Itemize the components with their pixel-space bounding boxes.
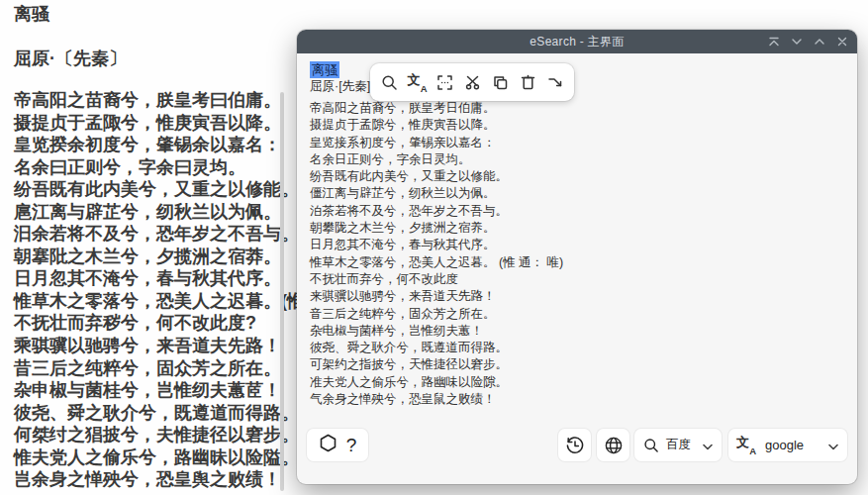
poem-line: 杂申椒与菌桂兮，岂惟纫夫蕙茝！ (14, 379, 305, 402)
ocr-line: 摄提贞于孟隙兮，惟庚寅吾以降。 (310, 117, 563, 134)
ocr-line: 纷吾既有此内美兮，又重之以修能。 (310, 168, 563, 185)
ocr-line: 彼尧、舜之耿介兮，既遵道而得路。 (310, 340, 563, 356)
poem-line: 扈江离与辟芷兮，纫秋兰以为佩。 (14, 201, 305, 224)
poem-line: 日月忽其不淹兮，春与秋其代序。 (14, 267, 305, 290)
send-to-corner-icon[interactable] (545, 72, 565, 92)
window-titlebar[interactable]: eSearch - 主界面 (297, 30, 857, 53)
poem-line: 惟夫党人之偷乐兮，路幽昧以险隘。 (14, 446, 305, 469)
selected-text: 离骚 (310, 61, 339, 78)
poem-line: 岂余身之惮殃兮，恐皇舆之败绩！ (14, 468, 305, 491)
poem-line: 摄提贞于孟陬兮，惟庚寅吾以降。 (14, 112, 305, 135)
translate-engine-select[interactable]: 文A google (728, 429, 847, 461)
search-engine-value: 百度 (666, 437, 696, 453)
window-content: 离骚 屈原·[先秦] 帝高阳之苗裔兮，朕皇考日伯庸。 摄提贞于孟隙兮，惟庚寅吾以… (297, 53, 857, 484)
globe-button[interactable] (597, 429, 629, 461)
poem-line: 彼尧、舜之耿介兮，既遵道而得路。 (14, 402, 305, 425)
search-icon[interactable] (379, 72, 399, 92)
minimize-icon[interactable] (791, 36, 803, 48)
ocr-line: 泊茶若将不及兮，恐年岁之不吾与。 (310, 203, 563, 220)
ocr-scan-icon[interactable] (434, 72, 454, 92)
copy-icon[interactable] (490, 72, 510, 92)
page-scrollbar[interactable] (280, 92, 284, 491)
poem-line: 乘骐骥以驰骋兮，来吾道夫先路！ (14, 335, 305, 357)
translate-engine-value: google (761, 438, 821, 452)
ocr-line: 帝高阳之苗裔兮，朕皇考日伯庸。 (310, 100, 563, 117)
poem-line: 朝搴阰之木兰兮，夕揽洲之宿莽。 (14, 246, 305, 268)
ocr-line: 杂电椒与菌样兮，岂惟纫夫蕙！ (310, 323, 563, 340)
ocr-line: 准夫党人之偷乐兮，路幽味以险隙。 (310, 374, 563, 391)
pin-to-top-icon[interactable] (768, 36, 780, 48)
maximize-icon[interactable] (814, 36, 825, 48)
poem-line: 何桀纣之猖披兮，夫惟捷径以窘步。 (14, 424, 305, 446)
ocr-line: 僵江离与辟芷兮，纫秋兰以为佩。 (310, 185, 563, 202)
ocr-line: 朝攀陇之木兰兮，夕揽洲之宿养。 (310, 220, 563, 237)
poem-line: 不抚壮而弃秽兮，何不改此度? (14, 312, 305, 335)
poem-line: 纷吾既有此内美兮，又重之以修能。 (14, 178, 305, 201)
translate-icon: 文A (737, 437, 754, 453)
poem-line: 汩余若将不及兮，恐年岁之不吾与。 (14, 223, 305, 246)
ocr-line: 不抚壮而弃兮，何不改此度 (310, 271, 563, 288)
poem-line: 帝高阳之苗裔兮，朕皇考曰伯庸。 (14, 89, 305, 112)
ocr-line: 音三后之纯粹兮，固众芳之所在。 (310, 306, 563, 323)
cut-icon[interactable] (462, 72, 482, 92)
poem-title: 离骚 (14, 2, 49, 26)
window-title: eSearch - 主界面 (530, 34, 624, 50)
help-icon[interactable]: ? (346, 435, 357, 456)
chevron-down-icon (703, 437, 713, 454)
close-icon[interactable] (836, 36, 848, 48)
ocr-line: 来骐骥以驰骋兮，来吾道天先路！ (310, 288, 563, 305)
poem-author: 屈原·〔先秦〕 (14, 47, 127, 70)
ocr-line: 皇览接系初度兮，肇锡亲以嘉名： (310, 135, 563, 151)
selection-toolbar: 文A (370, 63, 574, 101)
poem-line: 昔三后之纯粹兮，固众芳之所在。 (14, 357, 305, 380)
ocr-text-area[interactable]: 离骚 屈原·[先秦] 帝高阳之苗裔兮，朕皇考日伯庸。 摄提贞于孟隙兮，惟庚寅吾以… (310, 61, 563, 408)
poem-line: 皇览揆余初度兮，肇锡余以嘉名： (14, 134, 305, 156)
bottom-left-group: ? (307, 429, 368, 461)
chevron-down-icon (828, 437, 838, 454)
ocr-lines: 帝高阳之苗裔兮，朕皇考日伯庸。 摄提贞于孟隙兮，惟庚寅吾以降。 皇览接系初度兮，… (310, 100, 563, 408)
ocr-line: 气余身之惮殃兮，恐皇鼠之败绩！ (310, 391, 563, 408)
ocr-line: 惟草木之零落兮，恐美人之迟暮。 (惟 通： 唯) (310, 254, 563, 271)
poem-line: 惟草木之零落兮，恐美人之迟暮。(惟 (14, 290, 305, 313)
poem-line: 名余曰正则兮，字余曰灵均。 (14, 156, 305, 179)
ocr-line: 可架约之指披兮，天惟捷径以窘步。 (310, 356, 563, 373)
ocr-line: 名余日正则兮，字余日灵均。 (310, 151, 563, 168)
history-button[interactable] (558, 429, 591, 461)
ocr-line: 日月忽其不淹兮，春与秋其代序。 (310, 237, 563, 253)
paste-icon[interactable] (518, 72, 537, 92)
hexagon-icon[interactable] (319, 434, 338, 456)
esearch-window: eSearch - 主界面 离骚 屈原·[先秦] 帝高阳之苗裔兮，朕皇考日伯庸。… (297, 30, 857, 484)
search-engine-select[interactable]: 百度 (634, 429, 722, 461)
poem-body: 帝高阳之苗裔兮，朕皇考曰伯庸。 摄提贞于孟陬兮，惟庚寅吾以降。 皇览揆余初度兮，… (14, 89, 305, 491)
translate-icon[interactable]: 文A (407, 72, 427, 92)
